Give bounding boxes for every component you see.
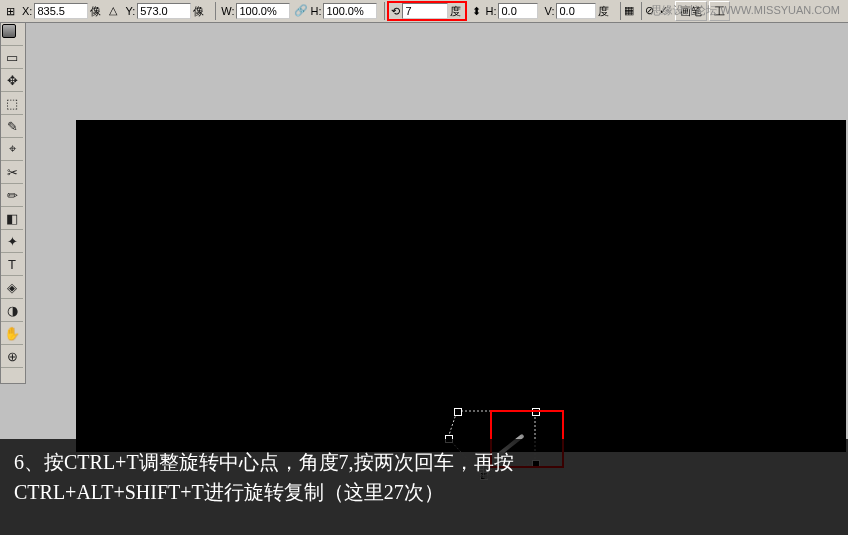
skew-unit: 度 — [596, 4, 613, 19]
skew-v-label: V: — [542, 5, 556, 17]
tool-wand[interactable]: ✎ — [1, 115, 23, 138]
h-input[interactable] — [323, 3, 377, 19]
x-label: X: — [20, 5, 34, 17]
x-field: X: 像 — [20, 3, 105, 19]
x-input[interactable] — [34, 3, 88, 19]
tool-hand[interactable]: ✋ — [1, 322, 23, 345]
tool-lasso[interactable]: ⬚ — [1, 92, 23, 115]
color-swatch[interactable] — [1, 23, 23, 46]
skew-h-label: H: — [483, 5, 498, 17]
separator — [620, 2, 621, 20]
watermark-text: 思缘设计论坛 WWW.MISSYUAN.COM — [651, 3, 840, 18]
separator — [641, 2, 642, 20]
rotation-input[interactable] — [402, 3, 448, 19]
angle-icon: ⟲ — [389, 5, 402, 18]
rotation-field: ⟲ 度 — [388, 2, 466, 20]
tool-dodge[interactable]: ◑ — [1, 299, 23, 322]
y-input[interactable] — [137, 3, 191, 19]
tool-pen[interactable]: ✦ — [1, 230, 23, 253]
tool-move[interactable]: ✥ — [1, 69, 23, 92]
skew-h-field: ⬍ H: — [470, 3, 538, 19]
tool-zoom[interactable]: ⊕ — [1, 345, 23, 368]
y-unit: 像 — [191, 4, 208, 19]
skew-v-field: V: 度 — [542, 3, 613, 19]
canvas[interactable] — [76, 120, 846, 452]
warp-icon[interactable]: ▦ — [624, 4, 638, 18]
w-input[interactable] — [236, 3, 290, 19]
skew-h-icon: ⬍ — [470, 5, 483, 18]
tutorial-caption: 6、按CTRL+T调整旋转中心点，角度7,按两次回车，再按 CTRL+ALT+S… — [0, 439, 848, 535]
caption-line-1: 6、按CTRL+T调整旋转中心点，角度7,按两次回车，再按 — [14, 447, 834, 477]
skew-h-input[interactable] — [498, 3, 538, 19]
transform-handle[interactable] — [454, 408, 462, 416]
y-label: Y: — [123, 5, 137, 17]
tool-type[interactable]: T — [1, 253, 23, 276]
tool-slice[interactable]: ✂ — [1, 161, 23, 184]
skew-v-input[interactable] — [556, 3, 596, 19]
delta-icon[interactable]: △ — [109, 4, 123, 18]
tool-crop[interactable]: ⌖ — [1, 138, 23, 161]
transform-options-bar: ⊞ X: 像 △ Y: 像 W: 🔗 H: ⟲ 度 ⬍ H: V: 度 ▦ ⊘ … — [0, 0, 848, 23]
tool-brush[interactable]: ✏ — [1, 184, 23, 207]
y-field: Y: 像 — [123, 3, 208, 19]
w-field: W: — [219, 3, 290, 19]
caption-line-2: CTRL+ALT+SHIFT+T进行旋转复制（这里27次） — [14, 477, 834, 507]
link-icon[interactable]: 🔗 — [294, 4, 308, 18]
h-label: H: — [308, 5, 323, 17]
reference-point-icon[interactable]: ⊞ — [0, 2, 20, 20]
separator — [215, 2, 216, 20]
x-unit: 像 — [88, 4, 105, 19]
foreground-color-icon — [2, 24, 16, 38]
tool-gradient[interactable]: ◧ — [1, 207, 23, 230]
separator — [384, 2, 385, 20]
tool-shape[interactable]: ◈ — [1, 276, 23, 299]
h-field: H: — [308, 3, 377, 19]
toolbox: ▭ ✥ ⬚ ✎ ⌖ ✂ ✏ ◧ ✦ T ◈ ◑ ✋ ⊕ — [0, 22, 26, 384]
angle-unit: 度 — [448, 4, 465, 19]
w-label: W: — [219, 5, 236, 17]
tool-marquee[interactable]: ▭ — [1, 46, 23, 69]
